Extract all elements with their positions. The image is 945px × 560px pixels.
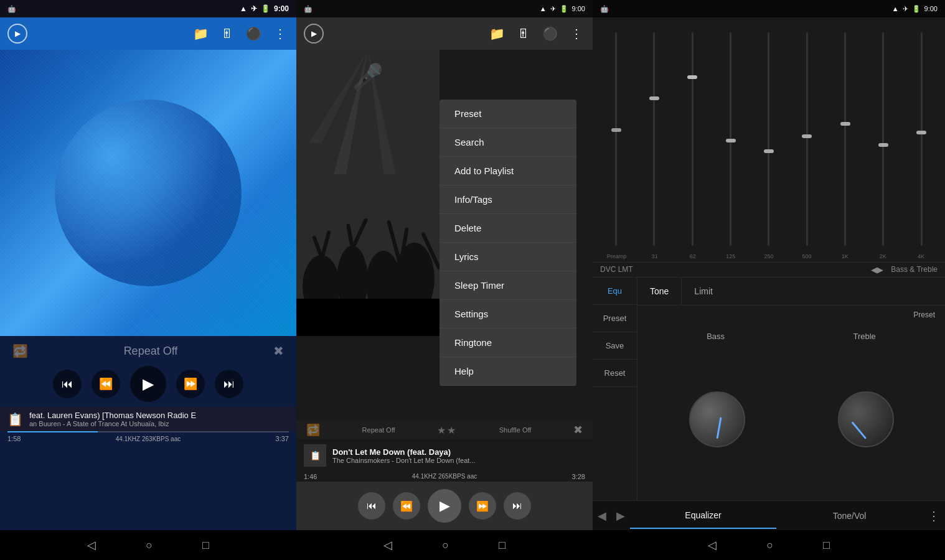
slider-62 (674, 27, 711, 251)
recents-icon-3[interactable]: □ (823, 539, 830, 552)
slider-thumb-1k[interactable] (840, 122, 850, 126)
status-right-3: ▲ ✈ 🔋 9:00 (892, 5, 938, 13)
slider-2k (865, 27, 901, 251)
tab-equ[interactable]: Equ (593, 278, 637, 305)
nav-arrow-right[interactable]: ▶ (611, 509, 630, 523)
time-total-2: 3:28 (572, 473, 585, 480)
slider-track-4k[interactable] (921, 32, 923, 246)
menu-item-delete[interactable]: Delete (440, 214, 576, 243)
treble-knob[interactable] (838, 391, 894, 447)
slider-track-31[interactable] (653, 32, 655, 246)
back-icon-3[interactable]: ◁ (708, 538, 717, 552)
knob-row (642, 343, 940, 496)
slider-track-2k[interactable] (882, 32, 884, 246)
menu-item-info-tags[interactable]: Info/Tags (440, 185, 576, 214)
slider-thumb-125[interactable] (726, 139, 736, 142)
fast-forward-button-2[interactable]: ⏩ (469, 492, 496, 520)
more-button-eq[interactable]: ⋮ (923, 508, 945, 523)
skip-end-button-1[interactable]: ⏭ (215, 370, 243, 398)
home-icon-3[interactable]: ○ (766, 539, 773, 552)
menu-item-search[interactable]: Search (440, 128, 576, 157)
back-icon-2[interactable]: ◁ (383, 538, 392, 552)
recents-icon-2[interactable]: □ (499, 539, 505, 552)
slider-thumb-31[interactable] (649, 96, 659, 100)
repeat-icon-2[interactable]: 🔁 (306, 423, 320, 437)
stars-2: ★★ (437, 424, 457, 436)
song-info-1: 📋 feat. Lauren Evans) [Thomas Newson Rad… (0, 407, 296, 431)
menu-item-help[interactable]: Help (440, 357, 576, 386)
tab-tone[interactable]: Tone (637, 278, 682, 305)
slider-track-preamp[interactable] (615, 32, 617, 246)
progress-bar-1[interactable] (7, 431, 289, 432)
time-current-1: 1:58 (7, 435, 21, 442)
slider-thumb-preamp[interactable] (611, 128, 621, 132)
bass-treble-label: Bass & Treble (891, 265, 938, 274)
repeat-icon-1[interactable]: 🔁 (12, 343, 28, 358)
equalizer-icon-1[interactable]: 🎚 (219, 24, 236, 44)
equalizer-icon-2[interactable]: 🎚 (515, 24, 532, 44)
tab-tone-vol-bottom[interactable]: Tone/Vol (776, 503, 923, 528)
rewind-button-2[interactable]: ⏪ (393, 492, 420, 520)
fast-forward-button-1[interactable]: ⏩ (176, 370, 205, 398)
bass-knob[interactable] (689, 391, 745, 447)
tab-preset-side[interactable]: Preset (593, 305, 637, 332)
slider-track-125[interactable] (730, 32, 731, 246)
back-icon-1[interactable]: ◁ (87, 538, 96, 552)
skip-end-button-2[interactable]: ⏭ (504, 492, 531, 520)
menu-item-settings[interactable]: Settings (440, 300, 576, 329)
slider-thumb-500[interactable] (802, 134, 812, 138)
slider-thumb-4k[interactable] (916, 131, 926, 134)
freq-label-1k: 1K (826, 253, 864, 259)
home-icon-1[interactable]: ○ (146, 539, 153, 552)
tab-reset-side[interactable]: Reset (593, 360, 637, 387)
time-current-2: 1:46 (304, 473, 317, 480)
shuffle-icon-1[interactable]: ✖ (273, 343, 284, 358)
home-icon-2[interactable]: ○ (442, 539, 449, 552)
slider-track-500[interactable] (806, 32, 808, 246)
recents-icon-1[interactable]: □ (202, 539, 209, 552)
freq-labels: Preamp 31 62 125 250 500 1K 2K 4K (593, 251, 945, 263)
arrows-icon[interactable]: ◀▶ (871, 265, 883, 274)
tab-limit[interactable]: Limit (682, 278, 725, 305)
tab-save[interactable]: Save (593, 332, 637, 360)
folder-icon-2[interactable]: 📁 (487, 24, 507, 44)
slider-track-250[interactable] (768, 32, 769, 246)
slider-125 (712, 27, 749, 251)
slider-track-1k[interactable] (844, 32, 846, 246)
wifi-icon: ▲ (240, 4, 247, 13)
freq-label-250: 250 (750, 253, 788, 259)
bass-treble-area: Bass Treble (637, 324, 945, 501)
skip-start-button-2[interactable]: ⏮ (358, 492, 385, 520)
wifi-icon-2: ▲ (540, 5, 547, 12)
visualizer-icon-2[interactable]: ⚫ (540, 24, 560, 44)
slider-track-62[interactable] (692, 32, 693, 246)
preset-row: Preset (637, 306, 945, 324)
more-icon-1[interactable]: ⋮ (271, 24, 289, 44)
slider-thumb-2k[interactable] (878, 143, 888, 147)
visualizer-icon-1[interactable]: ⚫ (243, 24, 264, 44)
rewind-button-1[interactable]: ⏪ (92, 370, 120, 398)
skip-start-button-1[interactable]: ⏮ (53, 370, 82, 398)
play-pause-button-2[interactable]: ▶ (428, 489, 461, 523)
eq-side-tabs: Equ Preset Save Reset (593, 278, 637, 501)
play-button-small-1[interactable]: ▶ (7, 24, 27, 44)
menu-item-preset[interactable]: Preset (440, 100, 576, 128)
playback-controls-1: ⏮ ⏪ ▶ ⏩ ⏭ (0, 361, 296, 407)
tab-equalizer-bottom[interactable]: Equalizer (630, 503, 776, 529)
play-pause-button-1[interactable]: ▶ (130, 366, 166, 402)
eq-sliders-area (593, 17, 945, 251)
slider-thumb-62[interactable] (687, 75, 697, 79)
shuffle-icon-2[interactable]: ✖ (573, 423, 583, 437)
folder-icon-1[interactable]: 📁 (190, 24, 211, 44)
slider-thumb-250[interactable] (764, 149, 774, 153)
menu-item-sleep-timer[interactable]: Sleep Timer (440, 271, 576, 300)
song-folder-icon-1: 📋 (7, 412, 23, 427)
menu-item-add-playlist[interactable]: Add to Playlist (440, 157, 576, 185)
more-icon-2[interactable]: ⋮ (568, 24, 585, 44)
menu-item-ringtone[interactable]: Ringtone (440, 329, 576, 357)
menu-item-lyrics[interactable]: Lyrics (440, 243, 576, 271)
play-button-small-2[interactable]: ▶ (304, 24, 324, 44)
nav-arrow-left[interactable]: ◀ (593, 509, 611, 523)
nav-bar-2: ◁ ○ □ (296, 530, 593, 560)
slider-31 (636, 27, 672, 251)
